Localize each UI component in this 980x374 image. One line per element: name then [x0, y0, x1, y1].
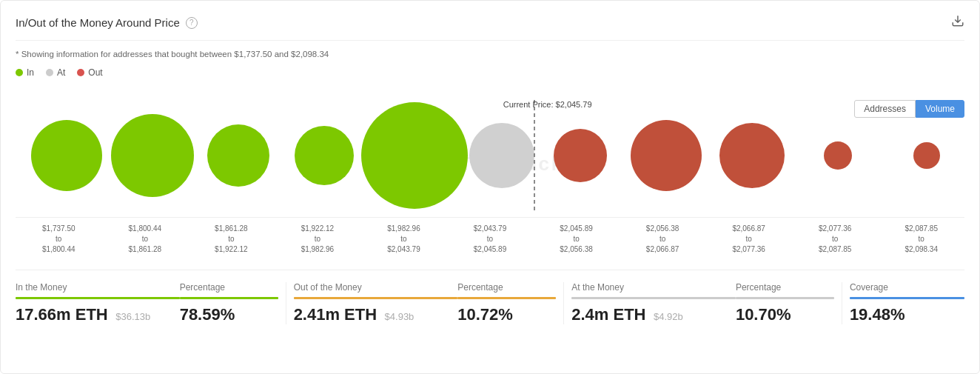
divider-2 [563, 282, 564, 324]
price-label-3: $1,922.12 to $1,982.96 [275, 224, 361, 255]
legend-out: Out [77, 67, 102, 78]
stat-at-pct-label: Percentage [736, 282, 834, 293]
price-label-9: $2,077.36 to $2,087.85 [792, 224, 879, 255]
stat-in-pct-value: 78.59% [180, 305, 278, 324]
stat-at-usd: $4.92b [654, 311, 683, 322]
widget-header: In/Out of the Money Around Price ? [16, 14, 964, 41]
bubble-0 [31, 120, 102, 191]
stat-coverage-label: Coverage [850, 282, 964, 293]
stat-in-the-money: In the Money 17.66m ETH $36.13b [16, 282, 180, 324]
legend-label-in: In [27, 67, 34, 78]
stat-in-eth: 17.66m ETH [16, 305, 108, 324]
bubble-chart: Current Price: $2,045.79 IntoTheBlock [16, 100, 964, 255]
chart-area: Addresses Volume Current Price: $2,045.7… [16, 100, 964, 255]
bubble-5 [469, 123, 534, 188]
stat-out-usd: $4.93b [385, 311, 415, 322]
help-icon[interactable]: ? [186, 17, 198, 29]
divider-1 [286, 282, 286, 324]
stat-at-the-money: At the Money 2.4m ETH $4.92b [571, 282, 736, 324]
legend: In At Out [16, 67, 964, 78]
stat-at-pct-underline [736, 297, 834, 299]
stat-out-pct-underline [457, 297, 556, 299]
price-label-8: $2,066.87 to $2,077.36 [705, 224, 792, 255]
stat-at-percentage: Percentage 10.70% [736, 282, 834, 324]
legend-dot-at [46, 69, 53, 76]
stat-coverage-underline [850, 297, 964, 299]
download-icon[interactable] [951, 14, 964, 31]
stat-in-value: 17.66m ETH $36.13b [16, 305, 180, 324]
stat-in-pct-underline [180, 297, 278, 299]
price-label-2: $1,861.28 to $1,922.12 [188, 224, 275, 255]
legend-label-at: At [57, 67, 65, 78]
price-labels-row: $1,737.50 to $1,800.44 $1,800.44 to $1,8… [16, 217, 964, 255]
current-price-label: Current Price: $2,045.79 [503, 100, 592, 109]
stat-out-underline [294, 297, 458, 299]
stat-out-eth: 2.41m ETH [294, 305, 377, 324]
divider-3 [842, 282, 842, 324]
legend-at: At [46, 67, 65, 78]
stat-at-label: At the Money [571, 282, 736, 293]
stat-in-percentage: Percentage 78.59% [180, 282, 278, 324]
stat-out-value: 2.41m ETH $4.93b [294, 305, 458, 324]
bubble-2 [207, 124, 269, 187]
bubble-8 [719, 123, 785, 188]
stat-at-eth: 2.4m ETH [571, 305, 645, 324]
price-label-6: $2,045.89 to $2,056.38 [533, 224, 620, 255]
legend-dot-in [16, 69, 23, 76]
stat-in-pct-label: Percentage [180, 282, 278, 293]
bubble-7 [631, 120, 702, 191]
stat-at-value: 2.4m ETH $4.92b [571, 305, 736, 324]
price-label-1: $1,800.44 to $1,861.28 [102, 224, 189, 255]
stat-out-label: Out of the Money [294, 282, 458, 293]
legend-in: In [16, 67, 34, 78]
bubble-9 [824, 141, 852, 170]
widget-title: In/Out of the Money Around Price [16, 16, 180, 29]
bubble-10 [913, 142, 940, 169]
price-label-4: $1,982.96 to $2,043.79 [360, 224, 447, 255]
widget-container: In/Out of the Money Around Price ? * Sho… [0, 0, 980, 374]
legend-label-out: Out [88, 67, 102, 78]
stat-in-label: In the Money [16, 282, 180, 293]
stats-section: In the Money 17.66m ETH $36.13b Percenta… [16, 270, 964, 324]
stat-at-pct-value: 10.70% [736, 305, 834, 324]
bubble-3 [295, 126, 354, 185]
stat-out-pct-value: 10.72% [457, 305, 556, 324]
stat-out-percentage: Percentage 10.72% [457, 282, 556, 324]
bubble-1 [111, 114, 194, 197]
bubble-6 [554, 129, 607, 182]
bubble-4 [361, 102, 468, 209]
stat-at-underline [571, 297, 736, 299]
header-left: In/Out of the Money Around Price ? [16, 16, 198, 29]
stat-in-underline [16, 297, 180, 299]
stat-out-pct-label: Percentage [457, 282, 556, 293]
price-label-5: $2,043.79 to $2,045.89 [447, 224, 534, 255]
legend-dot-out [77, 69, 84, 76]
stat-coverage-value: 19.48% [850, 305, 964, 324]
price-label-7: $2,056.38 to $2,066.87 [620, 224, 706, 255]
info-text: * Showing information for addresses that… [16, 50, 964, 59]
stat-in-usd: $36.13b [115, 311, 150, 322]
stats-row: In the Money 17.66m ETH $36.13b Percenta… [16, 282, 964, 324]
bubble-svg: IntoTheBlock [16, 100, 964, 211]
price-label-0: $1,737.50 to $1,800.44 [16, 224, 102, 255]
price-label-10: $2,087.85 to $2,098.34 [878, 224, 964, 255]
stat-out-the-money: Out of the Money 2.41m ETH $4.93b [294, 282, 458, 324]
stat-coverage: Coverage 19.48% [850, 282, 964, 324]
